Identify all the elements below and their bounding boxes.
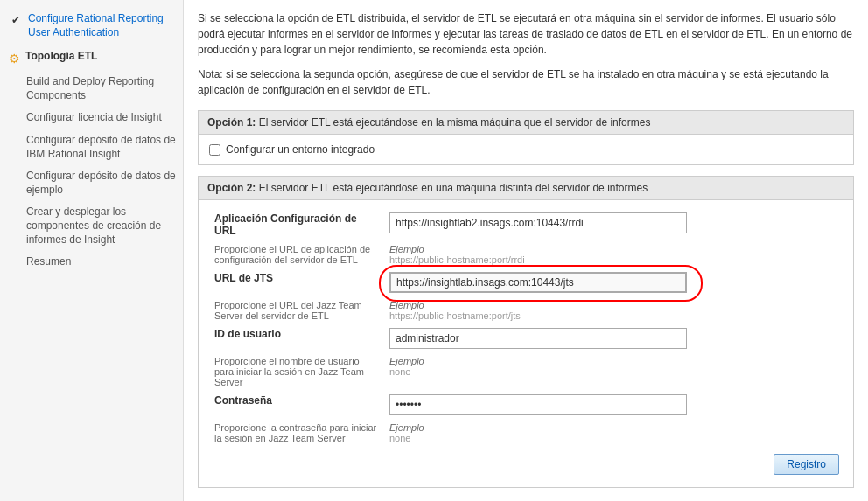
example-value: https://public-hostname:port/jts bbox=[389, 310, 837, 321]
table-row: URL de JTS bbox=[209, 268, 843, 296]
integrated-env-label: Configurar un entorno integrado bbox=[226, 143, 374, 156]
registro-button[interactable]: Registro bbox=[774, 454, 839, 475]
button-row: Registro bbox=[209, 447, 843, 478]
field-label-password: Contraseña bbox=[209, 391, 384, 419]
sidebar-item-crear-desplegar[interactable]: Crear y desplegar los componentes de cre… bbox=[0, 201, 183, 251]
gear-icon: ⚙ bbox=[9, 52, 20, 66]
option1-checkbox-row: Configurar un entorno integrado bbox=[209, 143, 843, 156]
example-label: Ejemplo bbox=[389, 300, 837, 310]
table-row: ID de usuario bbox=[209, 324, 843, 352]
option2-box: Opción 2: El servidor ETL está ejecutánd… bbox=[198, 176, 854, 488]
field-desc-password: Proporcione la contraseña para iniciar l… bbox=[209, 419, 384, 447]
table-row: Proporcione la contraseña para iniciar l… bbox=[209, 419, 843, 447]
sidebar-item-configurar-deposito-ejemplo[interactable]: Configurar depósito de datos de ejemplo bbox=[0, 165, 183, 201]
example-value: none bbox=[389, 433, 837, 443]
example-label: Ejemplo bbox=[389, 422, 837, 433]
field-label-user-id: ID de usuario bbox=[209, 324, 384, 352]
field-label-app-url: Aplicación Configuración de URL bbox=[209, 209, 384, 240]
option1-box: Opción 1: El servidor ETL está ejecutánd… bbox=[198, 110, 854, 165]
intro-paragraph: Si se selecciona la opción de ETL distri… bbox=[198, 10, 854, 58]
app-config-url-input[interactable] bbox=[389, 212, 687, 233]
field-example-password: Ejemplo none bbox=[384, 419, 843, 447]
sidebar-sub-label: Configurar licencia de Insight bbox=[26, 111, 162, 123]
option2-header: Opción 2: El servidor ETL está ejecutánd… bbox=[199, 177, 853, 200]
option2-body: Aplicación Configuración de URL Proporci… bbox=[199, 200, 853, 487]
option2-prefix: Opción 2: bbox=[207, 182, 259, 194]
field-desc-app-url: Proporcione el URL de aplicación de conf… bbox=[209, 240, 384, 268]
note-paragraph: Nota: si se selecciona la segunda opción… bbox=[198, 66, 854, 98]
example-label: Ejemplo bbox=[389, 244, 837, 254]
sidebar-sub-label: Build and Deploy Reporting Components bbox=[26, 75, 154, 101]
example-value: none bbox=[389, 366, 837, 377]
main-content: Si se selecciona la opción de ETL distri… bbox=[184, 0, 868, 501]
field-input-cell-jts-url bbox=[384, 268, 843, 296]
sidebar-item-label: Configure Rational Reporting User Authen… bbox=[28, 12, 176, 39]
option1-body: Configurar un entorno integrado bbox=[199, 135, 853, 164]
table-row: Aplicación Configuración de URL bbox=[209, 209, 843, 240]
checkmark-icon: ✔ bbox=[9, 14, 23, 28]
jts-url-input[interactable] bbox=[389, 272, 687, 293]
sidebar-item-build-deploy[interactable]: Build and Deploy Reporting Components bbox=[0, 71, 183, 107]
table-row: Proporcione el nombre de usuario para in… bbox=[209, 352, 843, 391]
example-label: Ejemplo bbox=[389, 356, 837, 366]
sidebar-section-label: Topología ETL bbox=[25, 50, 97, 62]
field-example-user-id: Ejemplo none bbox=[384, 352, 843, 391]
sidebar-item-configurar-licencia[interactable]: Configurar licencia de Insight bbox=[0, 107, 183, 129]
field-example-jts-url: Ejemplo https://public-hostname:port/jts bbox=[384, 296, 843, 324]
sidebar-sub-label: Resumen bbox=[26, 255, 71, 268]
password-input[interactable] bbox=[389, 394, 687, 415]
field-label-jts-url: URL de JTS bbox=[209, 268, 384, 296]
table-row: Proporcione el URL del Jazz Team Server … bbox=[209, 296, 843, 324]
sidebar: ✔ Configure Rational Reporting User Auth… bbox=[0, 0, 184, 501]
sidebar-sub-label: Configurar depósito de datos de ejemplo bbox=[26, 170, 176, 196]
option2-title: El servidor ETL está ejecutándose en una… bbox=[259, 182, 648, 194]
form-table: Aplicación Configuración de URL Proporci… bbox=[209, 209, 843, 447]
sidebar-sub-label: Crear y desplegar los componentes de cre… bbox=[26, 205, 161, 245]
sidebar-item-configurar-deposito-ibm[interactable]: Configurar depósito de datos de IBM Rati… bbox=[0, 129, 183, 165]
option1-title: El servidor ETL está ejecutándose en la … bbox=[259, 116, 651, 129]
example-value: https://public-hostname:port/rrdi bbox=[389, 254, 837, 265]
field-desc-user-id: Proporcione el nombre de usuario para in… bbox=[209, 352, 384, 391]
field-example-app-url: Ejemplo https://public-hostname:port/rrd… bbox=[384, 240, 843, 268]
jts-input-wrapper bbox=[389, 272, 687, 293]
integrated-env-checkbox[interactable] bbox=[209, 144, 220, 156]
sidebar-item-configure-rational[interactable]: ✔ Configure Rational Reporting User Auth… bbox=[0, 7, 183, 45]
sidebar-section-etl: ⚙ Topología ETL bbox=[0, 45, 183, 71]
field-input-cell-user-id bbox=[384, 324, 843, 352]
user-id-input[interactable] bbox=[389, 328, 687, 349]
field-input-cell-app-url bbox=[384, 209, 843, 240]
field-input-cell-password bbox=[384, 391, 843, 419]
sidebar-sub-label: Configurar depósito de datos de IBM Rati… bbox=[26, 134, 176, 160]
table-row: Proporcione el URL de aplicación de conf… bbox=[209, 240, 843, 268]
table-row: Contraseña bbox=[209, 391, 843, 419]
option1-prefix: Opción 1: bbox=[207, 116, 259, 129]
option1-header: Opción 1: El servidor ETL está ejecutánd… bbox=[199, 111, 853, 135]
field-desc-jts-url: Proporcione el URL del Jazz Team Server … bbox=[209, 296, 384, 324]
sidebar-item-resumen[interactable]: Resumen bbox=[0, 251, 183, 274]
